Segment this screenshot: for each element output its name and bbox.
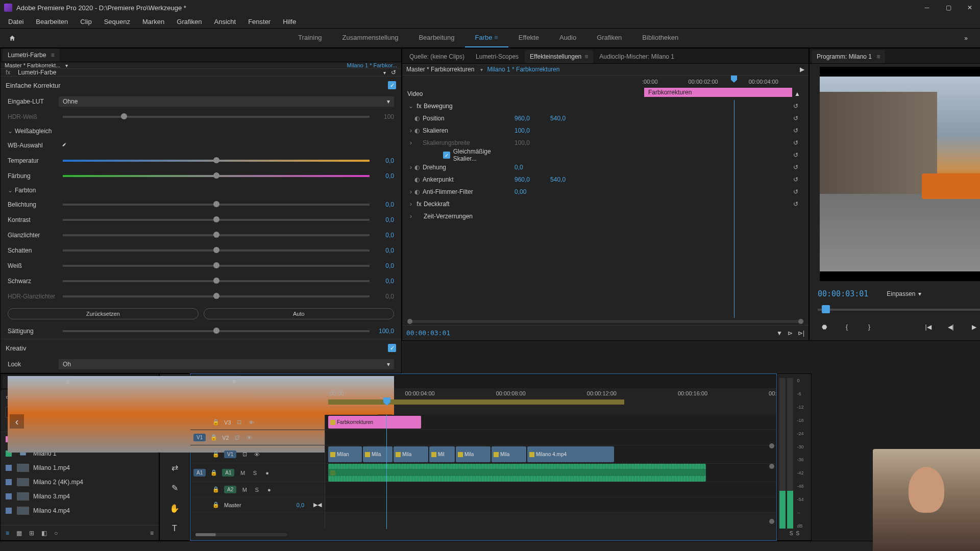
workspace-audio[interactable]: Audio [549, 29, 586, 47]
ec-timeremap[interactable]: Zeit-Verzerrungen [424, 213, 516, 220]
ec-antiflicker-value[interactable]: 0,00 [514, 188, 526, 195]
auto-icon[interactable]: ○ [54, 530, 58, 537]
step-back-icon[interactable]: ◀| [944, 320, 958, 334]
lum-inputlut-dropdown[interactable]: Ohne▾ [59, 96, 394, 107]
ec-video-section[interactable]: Video [407, 90, 499, 97]
reset-icon[interactable]: ↺ [793, 103, 803, 110]
lum-shadows-value[interactable]: 0,0 [374, 247, 394, 254]
ec-anchor-x[interactable]: 960,0 [514, 176, 530, 183]
program-scrubber[interactable] [818, 304, 980, 316]
ec-anchor-y[interactable]: 540,0 [550, 176, 566, 183]
panel-menu-icon[interactable]: ≡ [150, 530, 154, 537]
icon-view-icon[interactable]: ▦ [16, 530, 22, 537]
ec-current-time[interactable]: 00:00:03:01 [406, 329, 450, 337]
mark-in-icon[interactable]: { [840, 320, 853, 334]
eye-icon[interactable]: 👁 [253, 452, 261, 458]
reset-icon[interactable]: ↺ [793, 152, 803, 159]
timeline-ruler[interactable]: :00:00 00:00:04:00 00:00:08:00 00:00:12:… [325, 388, 776, 415]
timeline-clip[interactable]: Mila [456, 446, 491, 462]
ec-master-clip[interactable]: Master * Farbkorrekturen [406, 66, 474, 73]
stopwatch-icon[interactable]: ◐ [414, 127, 423, 134]
timeline-audio-clip[interactable] [328, 464, 706, 482]
timeline-clip[interactable]: Mil [429, 446, 455, 462]
marker-icon[interactable]: ⬣ [818, 320, 831, 334]
chevron-down-icon[interactable] [63, 62, 68, 68]
lum-temp-value[interactable]: 0,0 [374, 157, 394, 164]
mute-button[interactable]: M [240, 487, 249, 493]
timeline-clip[interactable]: Mila [363, 446, 393, 462]
ec-step-icon[interactable]: ⊳ [788, 330, 793, 337]
workspace-overflow-icon[interactable]: » [956, 35, 976, 42]
reset-icon[interactable]: ↺ [793, 201, 803, 208]
lum-tone-header[interactable]: ⌄Farbton [1, 184, 401, 197]
tab-lumetri-scopes[interactable]: Lumetri-Scopes [471, 50, 524, 63]
pen-tool[interactable]: ✎ [167, 480, 182, 495]
workspace-zusammenstellung[interactable]: Zusammenstellung [332, 29, 409, 47]
ec-play-icon[interactable]: ▶ [800, 66, 804, 73]
fx-badge-icon[interactable]: fx [414, 103, 424, 110]
lum-highlights-slider[interactable] [63, 234, 370, 236]
source-a1-badge[interactable]: A1 [193, 469, 206, 477]
lum-highlights-value[interactable]: 0,0 [374, 232, 394, 239]
lum-sequence[interactable]: Milano 1 * Farbkor... [347, 62, 397, 68]
lum-whites-slider[interactable] [63, 265, 370, 267]
lum-auto-button[interactable]: Auto [204, 308, 395, 319]
lum-contrast-slider[interactable] [63, 219, 370, 221]
ec-scale-value[interactable]: 100,0 [514, 127, 530, 134]
lock-icon[interactable]: 🔒 [210, 434, 218, 441]
reset-icon[interactable]: ↺ [793, 188, 803, 195]
toggle-icon[interactable]: ⌄ [407, 103, 414, 110]
section-enable-checkbox[interactable]: ✓ [388, 81, 396, 89]
chevron-down-icon[interactable] [478, 66, 483, 73]
lum-tint-slider[interactable] [63, 175, 370, 177]
workspace-effekte[interactable]: Effekte [508, 29, 549, 47]
home-icon[interactable] [4, 30, 20, 46]
fx-badge-icon[interactable]: fx [414, 201, 424, 208]
lum-shadows-slider[interactable] [63, 249, 370, 252]
section-enable-checkbox[interactable]: ✓ [388, 344, 396, 352]
lum-blacks-slider[interactable] [63, 280, 370, 282]
play-button[interactable]: ▶ [967, 320, 980, 334]
ec-position-y[interactable]: 540,0 [550, 115, 566, 122]
meter-solo-l[interactable]: S [790, 531, 793, 536]
tab-lumetri-farbe[interactable]: Lumetri-Farbe ≡ [3, 48, 60, 62]
mark-out-icon[interactable]: } [863, 320, 876, 334]
meter-solo-r[interactable]: S [796, 531, 799, 536]
menu-fenster[interactable]: Fenster [242, 16, 277, 28]
prev-look-icon[interactable]: ‹ [10, 414, 24, 429]
workspace-training[interactable]: Training [288, 29, 332, 47]
chevron-down-icon[interactable] [381, 69, 386, 76]
timeline-clip-adjustment[interactable]: Farbkorrekturen [328, 416, 421, 429]
maximize-button[interactable]: ▢ [942, 2, 954, 14]
freeform-view-icon[interactable]: ⊞ [29, 530, 34, 537]
lum-section-basic[interactable]: Einfache Korrektur ✓ [1, 77, 401, 94]
track-scroll-handle[interactable] [769, 519, 774, 524]
goto-in-icon[interactable]: |◀ [922, 320, 935, 334]
menu-grafiken[interactable]: Grafiken [170, 16, 208, 28]
program-video-frame[interactable] [820, 67, 980, 281]
menu-bearbeiten[interactable]: Bearbeiten [30, 16, 74, 28]
lum-tint-value[interactable]: 0,0 [374, 172, 394, 180]
lock-icon[interactable]: 🔒 [212, 451, 220, 458]
lum-whites-value[interactable]: 0,0 [374, 262, 394, 269]
lock-icon[interactable]: 🔒 [212, 502, 220, 508]
lum-temp-slider[interactable] [63, 160, 370, 162]
record-icon[interactable]: ● [263, 470, 271, 476]
project-item[interactable]: Milano 2 (4K).mp4 [1, 475, 159, 489]
ec-motion[interactable]: Bewegung [424, 103, 516, 110]
lum-reset-button[interactable]: Zurücksetzen [8, 308, 199, 319]
lock-icon[interactable]: 🔒 [212, 419, 220, 425]
reset-icon[interactable]: ↺ [793, 164, 803, 171]
ec-opacity[interactable]: Deckkraft [424, 201, 516, 208]
track-label-v3[interactable]: V3 [224, 419, 231, 425]
workspace-farbe[interactable]: Farbe ≡ [465, 29, 508, 47]
tab-audioclip-mischer[interactable]: Audioclip-Mischer: Milano 1 [594, 50, 679, 63]
track-label-a1[interactable]: A1 [222, 469, 234, 477]
track-label-v2[interactable]: V2 [222, 435, 229, 441]
minimize-button[interactable]: ─ [921, 2, 933, 14]
eye-icon[interactable]: 👁 [247, 419, 255, 425]
lum-saturation-slider[interactable] [63, 330, 370, 332]
timeline-clip[interactable]: Mila [492, 446, 526, 462]
stopwatch-icon[interactable]: ◐ [414, 164, 423, 171]
tab-effekteinstellungen[interactable]: Effekteinstellungen≡ [525, 50, 593, 63]
